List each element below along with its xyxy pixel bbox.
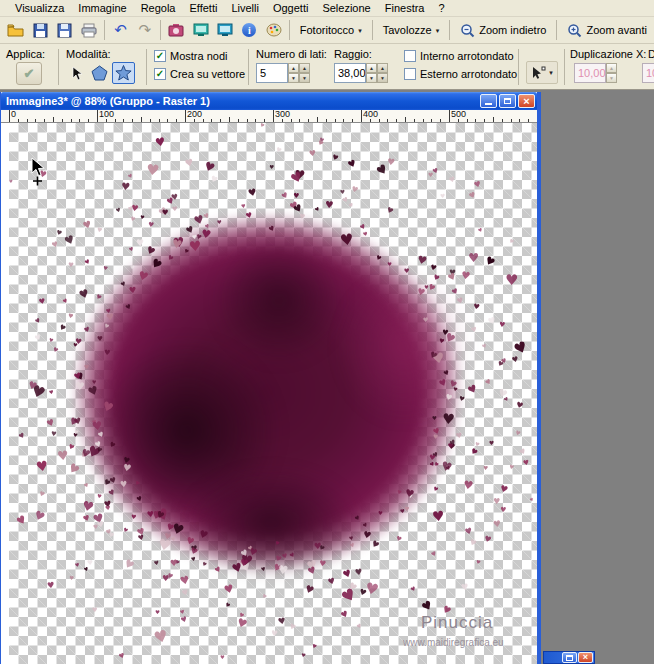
checkbox-label: Esterno arrotondato	[420, 68, 517, 80]
open-button[interactable]	[4, 19, 28, 42]
image-info-button[interactable]: i	[237, 19, 261, 42]
save-copy-button[interactable]	[53, 19, 77, 42]
star-mode-button[interactable]	[112, 62, 135, 84]
printer-icon	[81, 23, 97, 38]
spin-down-icon[interactable]: ▼	[299, 73, 310, 83]
check-icon: ✔	[24, 67, 35, 80]
modalita-label: Modalità:	[66, 48, 111, 60]
menu-oggetti[interactable]: Oggetti	[266, 1, 315, 15]
spin-up-icon[interactable]: ▲	[299, 63, 310, 73]
zoom-out-label: Zoom indietro	[479, 24, 546, 36]
tavolozze-dropdown[interactable]: Tavolozze ▾	[376, 19, 446, 41]
duplicazione-x-label: Duplicazione X:	[570, 48, 646, 60]
window-buttons: ×	[480, 94, 535, 108]
toolbar-separator	[104, 20, 105, 40]
browser-monitor-icon	[217, 23, 233, 38]
image-canvas[interactable]: ♥♥♥♥♥♥♥♥♥♥♥♥♥♥♥♥♥♥♥♥♥♥♥♥♥♥♥♥♥♥♥♥♥♥♥♥♥♥♥♥…	[9, 123, 537, 664]
chevron-down-icon: ▾	[436, 27, 440, 34]
options-separator	[248, 49, 249, 85]
checkbox-label: Interno arrotondato	[420, 50, 514, 62]
menu-finestra[interactable]: Finestra	[378, 1, 432, 15]
zoom-in-button[interactable]: Zoom avanti	[560, 19, 654, 41]
horizontal-ruler: 0100200300400500	[1, 110, 537, 123]
edit-mode-button[interactable]	[64, 62, 87, 84]
spin-down-icon[interactable]: ▼	[377, 73, 388, 83]
numero-lati-spinner[interactable]: 5 ▲▼ ▲▼	[256, 63, 310, 83]
duplicazione-x-spinner[interactable]: 10,00 ▲▼	[574, 63, 617, 83]
tavolozze-label: Tavolozze	[383, 24, 432, 36]
checkbox-box: ✓	[154, 68, 166, 80]
minimized-window: ×	[543, 651, 595, 664]
raggio-value[interactable]: 38,00	[334, 63, 366, 83]
floppy-disk-copy-icon	[57, 23, 72, 38]
node-edit-tool-button[interactable]: ▾	[526, 61, 558, 84]
menu-regola[interactable]: Regola	[134, 1, 183, 15]
chevron-down-icon: ▾	[358, 27, 362, 34]
mini-close-button[interactable]: ×	[578, 652, 593, 663]
print-button[interactable]	[77, 19, 101, 42]
minimize-button[interactable]	[480, 94, 497, 108]
spin-down-icon: ▼	[606, 73, 617, 83]
raggio-spinner[interactable]: 38,00 ▲▼ ▲▼	[334, 63, 388, 83]
spin-up-icon[interactable]: ▲	[377, 63, 388, 73]
spin-up-icon[interactable]: ▲	[288, 63, 299, 73]
options-separator	[146, 49, 147, 85]
close-button[interactable]: ×	[518, 94, 535, 108]
pentagon-icon	[91, 65, 108, 81]
duplicazione-y-spinner[interactable]: 10,00	[642, 63, 654, 83]
raggio-label: Raggio:	[334, 48, 372, 60]
image-window-titlebar[interactable]: Immagine3* @ 88% (Gruppo - Raster 1) ×	[1, 92, 537, 110]
chevron-down-icon: ▾	[549, 69, 553, 76]
tool-options-bar: Applica: ✔ Modalità: ✓ Mostra nodi ✓ Cre…	[0, 45, 654, 90]
menu-visualizza[interactable]: Visualizza	[8, 1, 71, 15]
menu-bar: Visualizza Immagine Regola Effetti Livel…	[0, 0, 654, 17]
apply-button[interactable]: ✔	[16, 62, 42, 85]
spin-up-icon[interactable]: ▲	[366, 63, 377, 73]
spin-down-icon[interactable]: ▼	[288, 73, 299, 83]
interno-arrotondato-checkbox[interactable]: Interno arrotondato	[404, 50, 514, 62]
folder-open-icon	[7, 23, 25, 38]
floppy-disk-icon	[33, 23, 48, 38]
menu-help[interactable]: ?	[431, 1, 451, 15]
watermark-url: www.maidiregrafica.eu	[403, 637, 504, 648]
redo-button[interactable]: ↷	[133, 19, 157, 42]
menu-immagine[interactable]: Immagine	[71, 1, 133, 15]
options-separator	[518, 49, 519, 85]
menu-livelli[interactable]: Livelli	[224, 1, 266, 15]
polygon-mode-button[interactable]	[88, 62, 111, 84]
undo-icon: ↶	[114, 23, 127, 38]
restore-button[interactable]	[499, 94, 516, 108]
fotoritocco-dropdown[interactable]: Fotoritocco ▾	[293, 19, 369, 41]
cursor-arrow	[29, 157, 51, 187]
restore-icon	[566, 655, 573, 661]
watermark-name: Pinuccia	[421, 613, 493, 633]
numero-lati-value[interactable]: 5	[256, 63, 288, 83]
crea-su-vettore-checkbox[interactable]: ✓ Crea su vettore	[154, 68, 245, 80]
options-separator	[564, 49, 565, 85]
zoom-in-label: Zoom avanti	[586, 24, 647, 36]
checkbox-box	[404, 68, 416, 80]
restore-icon	[504, 98, 511, 104]
scanner-monitor-icon	[193, 23, 209, 38]
esterno-arrotondato-checkbox[interactable]: Esterno arrotondato	[404, 68, 517, 80]
numero-lati-label: Numero di lati:	[256, 48, 327, 60]
camera-icon	[168, 23, 184, 37]
save-button[interactable]	[28, 19, 52, 42]
import-scanner-button[interactable]	[188, 19, 212, 42]
screen-capture-button[interactable]	[164, 19, 188, 42]
material-palette-button[interactable]	[261, 19, 285, 42]
browse-button[interactable]	[213, 19, 237, 42]
mini-restore-button[interactable]	[562, 652, 577, 663]
mostra-nodi-checkbox[interactable]: ✓ Mostra nodi	[154, 50, 227, 62]
minimize-icon	[485, 103, 492, 105]
menu-effetti[interactable]: Effetti	[182, 1, 224, 15]
undo-button[interactable]: ↶	[108, 19, 132, 42]
zoom-out-button[interactable]: Zoom indietro	[453, 19, 553, 41]
spin-down-icon[interactable]: ▼	[366, 73, 377, 83]
arrow-pointer-icon	[69, 66, 83, 81]
toolbar-separator	[556, 20, 557, 40]
standard-toolbar: ↶ ↷ i Fotoritocco ▾ Tavolozze ▾ Zoom ind…	[0, 17, 654, 44]
node-edit-icon	[531, 65, 547, 80]
menu-selezione[interactable]: Selezione	[315, 1, 377, 15]
hearts-scatter-layer: ♥♥♥♥♥♥♥♥♥♥♥♥♥♥♥♥♥♥♥♥♥♥♥♥♥♥♥♥♥♥♥♥♥♥♥♥♥♥♥♥…	[9, 123, 537, 664]
